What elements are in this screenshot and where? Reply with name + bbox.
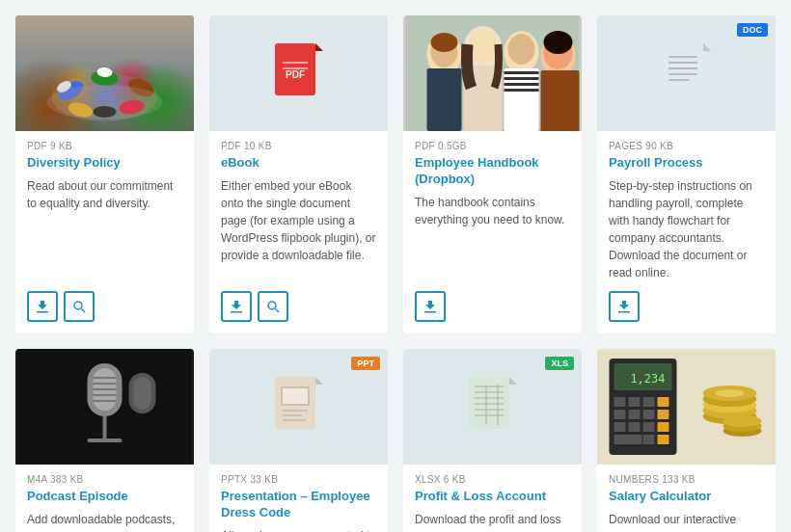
card-actions-ebook xyxy=(221,291,376,322)
svg-rect-81 xyxy=(614,397,626,407)
svg-line-19 xyxy=(276,308,280,312)
card-podcast: M4A 383 KB Podcast Episode Add downloada… xyxy=(15,349,194,532)
svg-rect-33 xyxy=(505,89,539,92)
card-desc-podcast: Add downloadable podcasts, or embed them… xyxy=(27,511,182,532)
svg-rect-86 xyxy=(629,410,641,419)
svg-point-9 xyxy=(47,85,163,120)
card-profit-loss: XLS XLSX 6 KB Profit & Loss Account Down… xyxy=(403,349,582,532)
card-meta-presentation: PPTX 33 KB xyxy=(221,474,376,485)
badge-doc: DOC xyxy=(737,23,768,37)
svg-point-10 xyxy=(74,302,82,309)
svg-rect-36 xyxy=(541,70,580,131)
svg-point-104 xyxy=(716,389,745,397)
card-desc-ebook: Either embed your eBook onto the single … xyxy=(221,177,376,281)
svg-text:1,234: 1,234 xyxy=(630,372,665,386)
document-library-grid: PDF 9 KB Diversity Policy Read about our… xyxy=(15,15,776,532)
card-meta-salary: NUMBERS 133 KB xyxy=(609,474,764,485)
card-desc-presentation: All employees are expected to look profe… xyxy=(221,527,376,532)
svg-rect-39 xyxy=(663,43,703,95)
svg-text:PDF: PDF xyxy=(286,69,305,80)
card-desc-diversity: Read about our commitment to equality an… xyxy=(27,177,182,281)
svg-line-11 xyxy=(82,308,86,312)
card-body-diversity: PDF 9 KB Diversity Policy Read about our… xyxy=(15,131,194,333)
svg-marker-68 xyxy=(509,377,517,385)
card-employee-handbook: PDF 0.5GB Employee Handbook (Dropbox) Th… xyxy=(403,15,582,333)
svg-rect-89 xyxy=(614,422,626,432)
card-title-podcast[interactable]: Podcast Episode xyxy=(27,489,182,505)
download-button-employee[interactable] xyxy=(415,291,446,322)
svg-marker-61 xyxy=(315,377,323,385)
svg-rect-88 xyxy=(658,410,669,419)
card-body-ebook: PDF 10 KB eBook Either embed your eBook … xyxy=(209,131,388,333)
svg-rect-55 xyxy=(88,439,123,442)
file-icon-presentation xyxy=(275,377,323,437)
svg-rect-82 xyxy=(629,397,641,407)
download-button-diversity[interactable] xyxy=(27,291,58,322)
card-title-salary[interactable]: Salary Calculator xyxy=(609,489,764,505)
svg-point-18 xyxy=(268,302,276,309)
card-image-podcast xyxy=(15,349,194,465)
card-body-salary: NUMBERS 133 KB Salary Calculator Downloa… xyxy=(597,465,776,532)
svg-rect-94 xyxy=(643,435,655,444)
card-desc-payroll: Step-by-step instructions on handling pa… xyxy=(609,177,764,281)
svg-rect-91 xyxy=(643,422,655,432)
card-meta-payroll: PAGES 90 KB xyxy=(609,141,764,151)
svg-marker-14 xyxy=(315,43,323,51)
card-meta-diversity: PDF 9 KB xyxy=(27,141,182,151)
card-salary: 1,234 xyxy=(597,349,776,532)
card-actions-payroll xyxy=(609,291,764,322)
svg-rect-95 xyxy=(658,435,669,444)
badge-xls: XLS xyxy=(545,357,574,370)
svg-point-38 xyxy=(544,31,573,54)
svg-rect-93 xyxy=(614,435,642,444)
card-title-payroll[interactable]: Payroll Process xyxy=(609,155,764,172)
card-image-employee xyxy=(403,15,582,131)
svg-rect-83 xyxy=(643,397,655,407)
card-presentation: PPT PPTX 33 KB Presentation – Employee D… xyxy=(209,349,388,532)
download-button-payroll[interactable] xyxy=(609,291,640,322)
card-title-diversity[interactable]: Diversity Policy xyxy=(27,155,182,172)
card-body-payroll: PAGES 90 KB Payroll Process Step-by-step… xyxy=(597,131,776,333)
card-image-salary: 1,234 xyxy=(597,349,776,465)
svg-rect-54 xyxy=(103,416,107,440)
svg-rect-32 xyxy=(505,83,539,86)
svg-rect-85 xyxy=(614,410,626,419)
svg-rect-67 xyxy=(469,377,509,429)
search-button-diversity[interactable] xyxy=(64,291,95,322)
card-title-presentation[interactable]: Presentation – Employee Dress Code xyxy=(221,489,376,521)
file-icon-ebook: PDF xyxy=(275,43,323,103)
card-image-ebook: PDF xyxy=(209,15,388,131)
card-desc-employee: The handbook contains everything you nee… xyxy=(415,194,570,281)
card-ebook: PDF PDF 10 KB eBook Either embed your eB… xyxy=(209,15,388,333)
card-image-payroll: DOC xyxy=(597,15,776,131)
card-meta-ebook: PDF 10 KB xyxy=(221,141,376,151)
card-body-profit: XLSX 6 KB Profit & Loss Account Download… xyxy=(403,465,582,532)
svg-rect-31 xyxy=(505,77,539,80)
svg-rect-22 xyxy=(427,68,462,131)
card-diversity: PDF 9 KB Diversity Policy Read about our… xyxy=(15,15,194,333)
svg-rect-92 xyxy=(658,422,669,432)
card-body-podcast: M4A 383 KB Podcast Episode Add downloada… xyxy=(15,465,194,532)
svg-rect-84 xyxy=(658,397,669,407)
search-button-ebook[interactable] xyxy=(258,291,288,322)
file-icon-profit xyxy=(469,377,517,437)
svg-rect-63 xyxy=(283,388,308,404)
badge-ppt: PPT xyxy=(351,357,380,370)
card-meta-profit: XLSX 6 KB xyxy=(415,474,570,485)
file-icon-payroll xyxy=(663,43,711,103)
card-payroll: DOC PAGES 90 KB Payroll Process Step-by-… xyxy=(597,15,776,333)
svg-point-34 xyxy=(508,34,535,65)
card-title-ebook[interactable]: eBook xyxy=(221,155,376,172)
svg-rect-87 xyxy=(643,410,655,419)
card-image-profit: XLS xyxy=(403,349,582,465)
card-actions-diversity xyxy=(27,291,182,322)
card-desc-salary: Download our interactive calculator and … xyxy=(609,511,764,532)
svg-point-24 xyxy=(431,33,458,52)
svg-rect-90 xyxy=(629,422,641,432)
download-button-ebook[interactable] xyxy=(221,291,252,322)
svg-rect-30 xyxy=(505,71,539,74)
card-body-presentation: PPTX 33 KB Presentation – Employee Dress… xyxy=(209,465,388,532)
card-title-profit[interactable]: Profit & Loss Account xyxy=(415,489,570,505)
card-title-employee[interactable]: Employee Handbook (Dropbox) xyxy=(415,155,570,188)
card-actions-employee xyxy=(415,291,570,322)
